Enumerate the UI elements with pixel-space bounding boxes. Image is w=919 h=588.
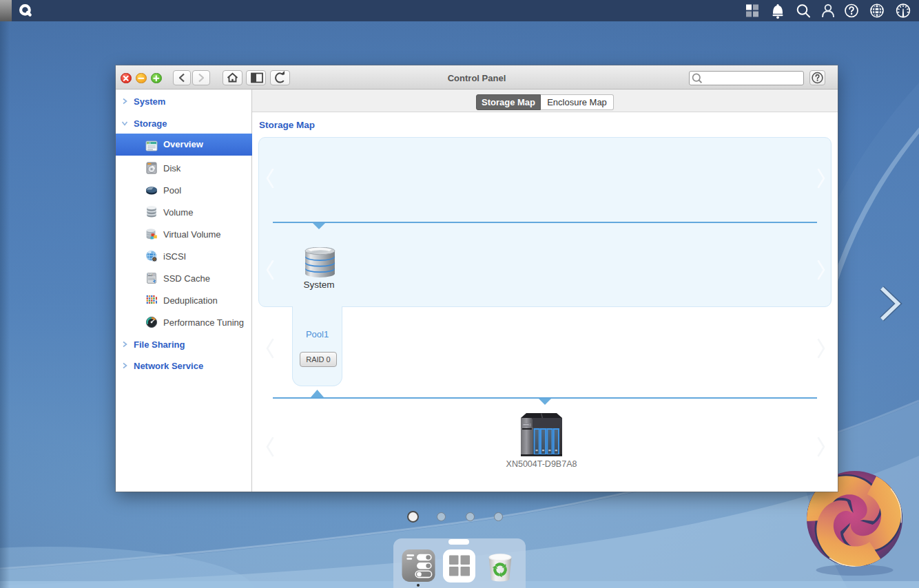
svg-text:SSD: SSD bbox=[148, 274, 154, 277]
